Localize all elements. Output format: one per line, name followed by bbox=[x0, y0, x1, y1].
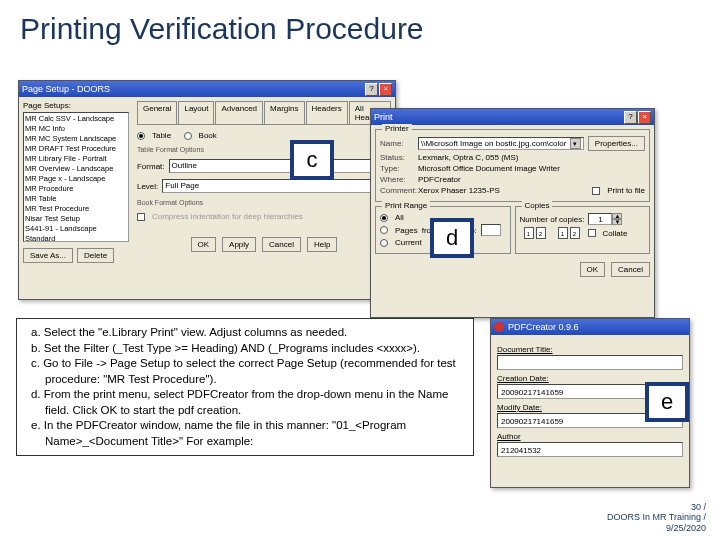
list-item[interactable]: Standard bbox=[25, 234, 127, 242]
collate-illustration: 1 2 bbox=[558, 227, 580, 239]
tab-layout[interactable]: Layout bbox=[178, 101, 214, 124]
footer-page: 30 / bbox=[607, 502, 706, 513]
radio-book[interactable] bbox=[184, 132, 192, 140]
list-item[interactable]: MR DRAFT Test Procedure bbox=[25, 144, 127, 154]
page-setup-tabs: General Layout Advanced Margins Headers … bbox=[137, 101, 391, 125]
list-item[interactable]: MR Calc SSV - Landscape bbox=[25, 114, 127, 124]
copies-spinner[interactable]: 1 ▲▼ bbox=[588, 213, 622, 225]
status-value: Lexmark, Optra C, 055 (MS) bbox=[418, 153, 645, 162]
close-icon[interactable]: × bbox=[379, 83, 392, 96]
ok-button[interactable]: OK bbox=[191, 237, 217, 252]
tab-margins[interactable]: Margins bbox=[264, 101, 304, 124]
copies-group: Copies Number of copies: 1 ▲▼ 1 2 1 bbox=[515, 206, 651, 254]
name-label: Name: bbox=[380, 139, 414, 148]
format-value: Outline bbox=[172, 159, 197, 173]
cancel-button[interactable]: Cancel bbox=[262, 237, 301, 252]
tab-headers[interactable]: Headers bbox=[306, 101, 348, 124]
instruction-e: e. In the PDFCreator window, name the fi… bbox=[25, 418, 465, 449]
pdfcreator-icon bbox=[494, 322, 504, 332]
tab-advanced[interactable]: Advanced bbox=[215, 101, 263, 124]
copies-value: 1 bbox=[588, 213, 612, 225]
list-item[interactable]: Nisar Test Setup bbox=[25, 214, 127, 224]
book-format-section: Book Format Options bbox=[137, 199, 391, 206]
list-item[interactable]: MR Procedure bbox=[25, 184, 127, 194]
instruction-b: b. Set the Filter (_Test Type >= Heading… bbox=[25, 341, 465, 357]
print-dialog: Print ? × Printer Name: \\Microsoft Imag… bbox=[370, 108, 655, 318]
page-setups-label: Page Setups: bbox=[23, 101, 129, 110]
doctitle-field[interactable] bbox=[497, 355, 683, 370]
callout-c: c bbox=[290, 140, 334, 180]
compress-label: Compress indentation for deep hierarchie… bbox=[152, 212, 303, 221]
close-icon[interactable]: × bbox=[638, 111, 651, 124]
page-icon: 2 bbox=[570, 227, 580, 239]
format-dropdown[interactable]: Outline▾ bbox=[169, 159, 391, 173]
list-item[interactable]: S441-91 - Landscape bbox=[25, 224, 127, 234]
printer-legend: Printer bbox=[382, 124, 412, 133]
spin-down-icon[interactable]: ▼ bbox=[612, 219, 622, 225]
radio-all[interactable] bbox=[380, 214, 388, 222]
list-item[interactable]: MR Library File - Portrait bbox=[25, 154, 127, 164]
radio-table-label: Table bbox=[152, 131, 171, 140]
table-format-section: Table Format Options bbox=[137, 146, 391, 153]
callout-d: d bbox=[430, 218, 474, 258]
apply-button[interactable]: Apply bbox=[222, 237, 256, 252]
help-button[interactable]: Help bbox=[307, 237, 337, 252]
save-as-button[interactable]: Save As... bbox=[23, 248, 73, 263]
radio-book-label: Book bbox=[199, 131, 217, 140]
help-icon[interactable]: ? bbox=[624, 111, 637, 124]
printer-name-dropdown[interactable]: \\Microsoft Image on bostic.jpg.com\colo… bbox=[418, 137, 584, 150]
list-item[interactable]: MR Page x - Landscape bbox=[25, 174, 127, 184]
callout-e: e bbox=[645, 382, 689, 422]
print-cancel-button[interactable]: Cancel bbox=[611, 262, 650, 277]
properties-button[interactable]: Properties... bbox=[588, 136, 645, 151]
where-value: PDFCreator bbox=[418, 175, 645, 184]
radio-table[interactable] bbox=[137, 132, 145, 140]
collate-label: Collate bbox=[603, 229, 628, 238]
page-setup-title: Page Setup - DOORS bbox=[22, 84, 110, 94]
list-item[interactable]: MR Overview - Landscape bbox=[25, 164, 127, 174]
footer-course: DOORS In MR Training / bbox=[607, 512, 706, 523]
compress-checkbox bbox=[137, 213, 145, 221]
tab-general[interactable]: General bbox=[137, 101, 177, 124]
print-to-file-checkbox[interactable] bbox=[592, 187, 600, 195]
to-field[interactable] bbox=[481, 224, 501, 236]
instruction-box: a. Select the "e.Library Print" view. Ad… bbox=[16, 318, 474, 456]
pdfcreator-titlebar: PDFCreator 0.9.6 bbox=[491, 319, 689, 335]
radio-pages-label: Pages bbox=[395, 226, 418, 235]
print-ok-button[interactable]: OK bbox=[580, 262, 606, 277]
page-setups-list[interactable]: MR Calc SSV - Landscape MR MC Info MR MC… bbox=[23, 112, 129, 242]
level-dropdown[interactable]: Full Page▾ bbox=[162, 179, 391, 193]
print-titlebar: Print ? × bbox=[371, 109, 654, 125]
numcopies-label: Number of copies: bbox=[520, 215, 585, 224]
type-value: Microsoft Office Document Image Writer bbox=[418, 164, 645, 173]
author-field[interactable]: 212041532 bbox=[497, 442, 683, 457]
radio-current[interactable] bbox=[380, 239, 388, 247]
printer-group: Printer Name: \\Microsoft Image on bosti… bbox=[375, 129, 650, 202]
page-setup-titlebar: Page Setup - DOORS ? × bbox=[19, 81, 395, 97]
radio-current-label: Current bbox=[395, 238, 422, 247]
list-item[interactable]: MR Test Procedure bbox=[25, 204, 127, 214]
level-value: Full Page bbox=[165, 179, 199, 193]
page-setup-window: Page Setup - DOORS ? × Page Setups: MR C… bbox=[18, 80, 396, 300]
comment-label: Comment: bbox=[380, 186, 414, 195]
radio-pages[interactable] bbox=[380, 226, 388, 234]
help-icon[interactable]: ? bbox=[365, 83, 378, 96]
instruction-d: d. From the print menu, select PDFCreato… bbox=[25, 387, 465, 418]
radio-all-label: All bbox=[395, 213, 404, 222]
page-icon: 2 bbox=[536, 227, 546, 239]
pdfcreator-title: PDFCreator 0.9.6 bbox=[508, 322, 579, 332]
where-label: Where: bbox=[380, 175, 414, 184]
list-item[interactable]: MR MC System Landscape bbox=[25, 134, 127, 144]
list-item[interactable]: MR MC Info bbox=[25, 124, 127, 134]
collate-checkbox[interactable] bbox=[588, 229, 596, 237]
doctitle-label: Document Title: bbox=[497, 345, 683, 354]
printer-name-value: \\Microsoft Image on bostic.jpg.com\colo… bbox=[421, 139, 566, 148]
instruction-a: a. Select the "e.Library Print" view. Ad… bbox=[25, 325, 465, 341]
instruction-c: c. Go to File -> Page Setup to select th… bbox=[25, 356, 465, 387]
type-label: Type: bbox=[380, 164, 414, 173]
page-icon: 1 bbox=[558, 227, 568, 239]
list-item[interactable]: MR Table bbox=[25, 194, 127, 204]
collate-illustration: 1 2 bbox=[524, 227, 546, 239]
footer-date: 9/25/2020 bbox=[607, 523, 706, 534]
delete-button[interactable]: Delete bbox=[77, 248, 114, 263]
